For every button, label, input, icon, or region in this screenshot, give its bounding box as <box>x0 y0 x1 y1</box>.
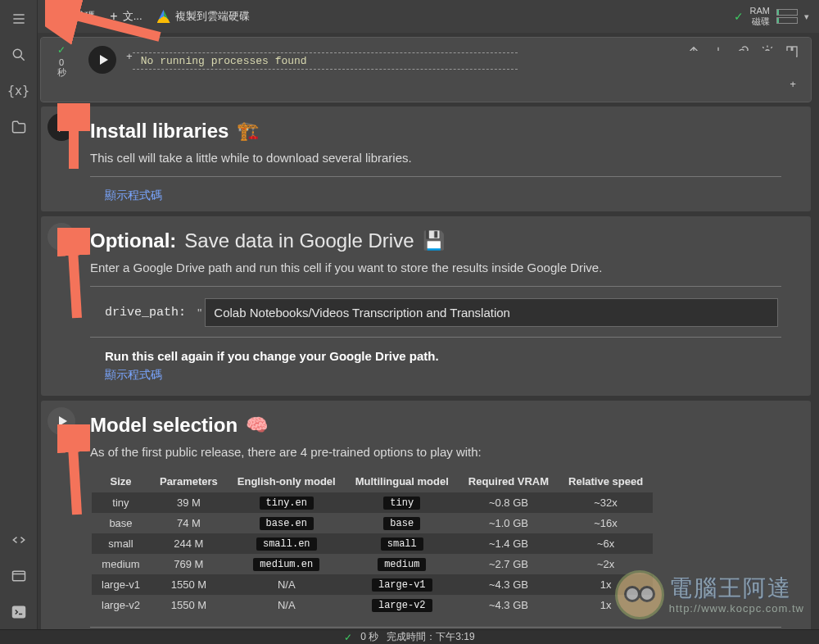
table-row: large-v11550 MN/Alarge-v1~4.3 GB1x <box>92 574 653 595</box>
plus-icon: + <box>51 10 58 23</box>
cell-params: 1550 M <box>150 574 228 595</box>
code-snippets-icon[interactable] <box>10 531 28 549</box>
drive-path-row: drive_path: " <box>105 298 796 327</box>
svg-rect-1 <box>12 571 25 581</box>
model-name-badge: medium.en <box>253 558 319 571</box>
cell-params: 769 M <box>150 554 228 574</box>
construction-emoji-icon: 🏗️ <box>237 120 259 142</box>
cell-size: tiny <box>92 492 150 513</box>
status-bar: ✓ 0 秒 完成時間：下午3:19 <box>0 629 819 644</box>
cell-output-text: No running processes found <box>133 55 819 67</box>
copy-to-drive-label: 複製到雲端硬碟 <box>175 9 250 24</box>
col-params: Parameters <box>150 470 228 492</box>
model-name-badge: tiny <box>383 497 420 510</box>
cell-speed: ~16x <box>559 513 653 533</box>
connected-check-icon: ✓ <box>734 10 744 23</box>
plus-icon: + <box>110 10 117 23</box>
cell-install-libraries[interactable]: Install libraries 🏗️ This cell will take… <box>41 107 811 211</box>
model-name-badge: small.en <box>256 537 317 551</box>
cell-model-selection[interactable]: Model selection 🧠 As of the first public… <box>41 401 811 629</box>
cell-speed: ~32x <box>559 492 653 513</box>
table-row: tiny39 Mtiny.entiny~0.8 GB~32x <box>92 492 653 513</box>
play-icon <box>59 416 67 426</box>
terminal-icon[interactable] <box>10 603 28 621</box>
copy-to-drive-button[interactable]: 複製到雲端硬碟 <box>157 9 250 24</box>
cell-speed: ~6x <box>559 533 653 554</box>
cell-params: 39 M <box>150 492 228 513</box>
svg-point-0 <box>13 49 21 57</box>
ram-label: RAM <box>750 7 770 16</box>
rerun-note: Run this cell again if you change your G… <box>105 349 796 363</box>
variables-icon[interactable]: {x} <box>10 82 28 100</box>
drive-path-label: drive_path: <box>105 306 186 320</box>
section-description: This cell will take a little while to do… <box>90 151 796 165</box>
add-text-button[interactable]: + 文... <box>110 9 142 24</box>
add-code-button[interactable]: + 程式碼 <box>51 9 95 24</box>
run-button[interactable] <box>48 223 75 251</box>
table-row: base74 Mbase.enbase~1.0 GB~16x <box>92 513 653 533</box>
command-palette-icon[interactable] <box>10 567 28 585</box>
svg-rect-2 <box>12 606 25 617</box>
toc-icon[interactable] <box>10 10 28 28</box>
divider <box>90 337 781 338</box>
cell-save-drive[interactable]: Optional: Save data in Google Drive 💾 En… <box>41 216 811 396</box>
cell-running-processes[interactable]: ✓ 0 秒 + No running processes found <box>41 38 811 102</box>
model-name-badge: tiny.en <box>260 497 314 510</box>
col-en-model: English-only model <box>228 470 346 492</box>
play-icon <box>59 122 67 132</box>
add-text-label: 文... <box>123 9 143 24</box>
ram-meter <box>776 9 798 16</box>
col-vram: Required VRAM <box>459 470 559 492</box>
cell-vram: ~4.3 GB <box>459 574 559 595</box>
cell-vram: ~1.4 GB <box>459 533 559 554</box>
search-icon[interactable] <box>10 46 28 64</box>
model-name-badge: small <box>381 537 423 551</box>
cell-vram: ~0.8 GB <box>459 492 559 513</box>
drive-path-input[interactable] <box>205 298 778 327</box>
resource-indicator[interactable]: ✓ RAM 磁碟 ▾ <box>734 7 809 26</box>
cell-size: large-v2 <box>92 595 150 615</box>
divider <box>90 176 781 177</box>
show-code-link[interactable]: 顯示程式碼 <box>105 188 162 202</box>
cell-params: 1550 M <box>150 595 228 615</box>
cell-vram: ~4.3 GB <box>459 595 559 615</box>
section-description: Enter a Google Drive path and run this c… <box>90 261 796 274</box>
notebook-toolbar: + 程式碼 + 文... 複製到雲端硬碟 ✓ RAM 磁碟 ▾ <box>38 0 819 33</box>
section-heading: Install libraries 🏗️ <box>90 120 796 143</box>
cell-vram: ~1.0 GB <box>459 513 559 533</box>
cell-size: large-v1 <box>92 574 150 595</box>
disk-label: 磁碟 <box>752 17 770 26</box>
disk-meter <box>776 17 798 24</box>
status-elapsed: 0 秒 <box>360 630 378 644</box>
play-icon <box>59 232 67 242</box>
cell-speed: ~2x <box>559 554 653 574</box>
cell-size: medium <box>92 554 150 574</box>
run-button[interactable] <box>48 407 75 435</box>
cell-speed: 1x <box>559 595 653 615</box>
run-button[interactable] <box>48 113 75 141</box>
files-icon[interactable] <box>10 118 28 136</box>
model-name-badge: large-v1 <box>372 578 432 592</box>
cell-params: 244 M <box>150 533 228 554</box>
cell-en: N/A <box>228 595 346 615</box>
cell-params: 74 M <box>150 513 228 533</box>
add-code-label: 程式碼 <box>63 9 95 24</box>
cell-size: base <box>92 513 150 533</box>
models-table: Size Parameters English-only model Multi… <box>92 470 653 615</box>
run-button[interactable] <box>88 46 116 74</box>
cell-multi: small <box>346 533 459 554</box>
table-row: large-v21550 MN/Alarge-v2~4.3 GB1x <box>92 595 653 615</box>
table-row: small244 Msmall.ensmall~1.4 GB~6x <box>92 533 653 554</box>
show-code-link[interactable]: 顯示程式碼 <box>105 368 162 381</box>
model-name-badge: base.en <box>260 517 314 530</box>
cell-gutter: ✓ 0 秒 <box>41 38 82 102</box>
chevron-down-icon: ▾ <box>804 11 809 22</box>
divider <box>90 286 781 287</box>
floppy-emoji-icon: 💾 <box>423 230 445 252</box>
cell-vram: ~2.7 GB <box>459 554 559 574</box>
notebook-main-panel[interactable]: ✓ 0 秒 + No running processes found <box>38 33 819 629</box>
table-row: medium769 Mmedium.enmedium~2.7 GB~2x <box>92 554 653 574</box>
cell-en: tiny.en <box>228 492 346 513</box>
status-done-time: 下午3:19 <box>436 631 474 642</box>
cell-multi: large-v2 <box>346 595 459 615</box>
